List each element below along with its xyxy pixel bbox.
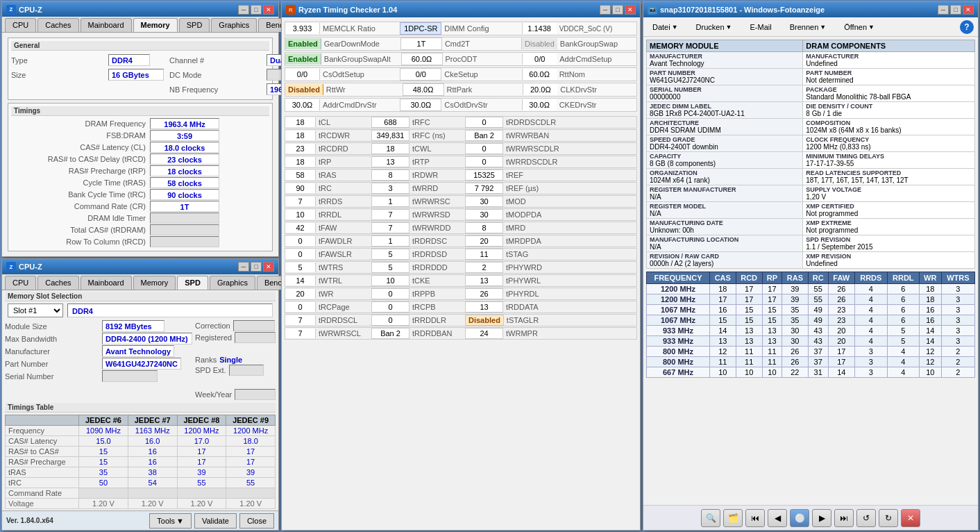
rtc-t-l2: tCWL <box>409 144 465 153</box>
rtc-t-v2: 3 <box>371 183 409 194</box>
freq-cell-val: 17 <box>736 284 762 294</box>
mem-module-row: ORGANIZATION1024M x64 (1 rank) READ LATE… <box>647 169 975 185</box>
foto-slideshow-btn[interactable]: ⚪ <box>790 509 809 527</box>
foto-rotate-cw-btn[interactable]: ↻ <box>879 509 898 527</box>
rtc-timing-row: 0 tFAWSLR 5 tRDRDSD 11 tSTAG <box>285 248 637 260</box>
cpuz1-tabs: CPU Caches Mainboard Memory SPD Graphics… <box>2 17 278 33</box>
foto-info-btn[interactable]: 🗂️ <box>723 509 743 527</box>
cpuz2-tab-memory[interactable]: Memory <box>133 276 176 290</box>
tab-mainboard[interactable]: Mainboard <box>81 18 132 32</box>
freq-col-header: WTRS <box>941 272 974 284</box>
cpuz2-close[interactable]: ✕ <box>263 262 274 272</box>
tab-memory[interactable]: Memory <box>133 18 178 32</box>
mem-module-row: REVISION / RAW CARD0000h / A2 (2 layers)… <box>647 252 975 269</box>
foto-drucken-menu[interactable]: Drucken ▼ <box>691 21 737 33</box>
foto-offnen-menu[interactable]: Öffnen ▼ <box>839 21 879 33</box>
cpuz2-maximize[interactable]: □ <box>251 262 262 272</box>
rtc-t-v1: 18 <box>285 157 316 167</box>
size-label: Size <box>11 71 108 79</box>
rtc-timing-row: 7 tRRDS 1 tWRWRSC 30 tMOD <box>285 195 637 208</box>
tab-cpu[interactable]: CPU <box>5 18 36 32</box>
cpuz2-tab-mainboard[interactable]: Mainboard <box>81 276 132 290</box>
cpuz-spd-window: Z CPU-Z ─ □ ✕ CPU Caches Mainboard Memor… <box>1 258 279 531</box>
cpuz2-tab-graphics[interactable]: Graphics <box>210 276 255 290</box>
freq-cell-mhz: 1067 MHz <box>647 315 710 326</box>
rtc-t-l2: tRDRDSD <box>409 249 465 259</box>
tab-caches[interactable]: Caches <box>37 18 78 32</box>
jedec-label-volt: Voltage <box>6 499 79 509</box>
t-total-label: Total CAS# (tRDRAM) <box>11 226 150 234</box>
rtc-t-l1: tFAWSLR <box>316 249 371 259</box>
foto-close[interactable]: ✕ <box>963 5 974 15</box>
cpuz1-close[interactable]: ✕ <box>263 5 274 15</box>
jedec-col-1: JEDEC #6 <box>79 415 128 426</box>
tab-graphics[interactable]: Graphics <box>211 18 257 32</box>
freq-col-header: RC <box>808 272 828 284</box>
cpuz2-tab-cpu[interactable]: CPU <box>5 276 36 290</box>
rtc-t-l2: tWRWRSC <box>409 197 465 206</box>
jedec-table: JEDEC #6 JEDEC #7 JEDEC #8 JEDEC #9 Freq… <box>5 415 276 509</box>
jedec-trc-9: 55 <box>226 478 276 488</box>
freq-cell-mhz: 933 MHz <box>647 326 710 336</box>
rtc-t-v2: 13 <box>371 156 409 167</box>
freq-cell-val: 3 <box>854 367 887 378</box>
rtc-t-v1: 0 <box>285 302 316 312</box>
rtc-maximize[interactable]: □ <box>612 5 623 15</box>
foto-delete-btn[interactable]: ✕ <box>901 509 920 527</box>
jedec-trc-8: 55 <box>177 478 226 488</box>
rtc-t-l2: tRFC (ns) <box>409 131 465 140</box>
rtc-t-l1: tWR <box>316 289 371 299</box>
cpuz1-minimize[interactable]: ─ <box>238 5 249 15</box>
rtc-minimize[interactable]: ─ <box>600 5 611 15</box>
jedec-label-cl: CAS# Latency <box>6 436 79 447</box>
t-r2c-label: Row To Column (tRCD) <box>11 238 150 246</box>
rtc-t-l3: tMRDPDA <box>503 236 636 246</box>
rtc-t-v2: 7 <box>371 209 409 220</box>
foto-datei-menu[interactable]: Datei ▼ <box>648 21 683 33</box>
cpuz2-tab-spd[interactable]: SPD <box>177 276 208 290</box>
foto-minimize[interactable]: ─ <box>938 5 949 15</box>
foto-search-btn[interactable]: 🔍 <box>701 509 720 527</box>
close-button[interactable]: Close <box>239 513 274 529</box>
freq-cell-val: 14 <box>919 336 941 347</box>
foto-prev-btn[interactable]: ⏮ <box>745 509 765 527</box>
freq-cell-val: 15 <box>762 315 782 326</box>
foto-brennen-menu[interactable]: Brennen ▼ <box>785 21 831 33</box>
rtc-t-l1: tRRDS <box>316 197 371 206</box>
t-rc-label: Bank Cycle Time (tRC) <box>11 190 150 199</box>
rtc-timing-row: 90 tRC 3 tWRRD 7 792 tREF (µs) <box>285 182 637 194</box>
jedec-label-cr: Command Rate <box>6 488 79 499</box>
freq-cell-val: 6 <box>887 284 919 294</box>
mem-module-row: MANUFACTURERAvant Technology MANUFACTURE… <box>647 52 975 69</box>
cpuz2-tab-caches[interactable]: Caches <box>37 276 78 290</box>
freq-cell-val: 4 <box>887 347 919 357</box>
foto-last-btn[interactable]: ⏭ <box>834 509 854 527</box>
tab-spd[interactable]: SPD <box>179 18 210 32</box>
rtc-t-l1: tRC <box>316 183 371 193</box>
cpuz2-minimize[interactable]: ─ <box>238 262 249 272</box>
cpuz1-maximize[interactable]: □ <box>251 5 262 15</box>
tools-button[interactable]: Tools▼ <box>149 513 192 529</box>
rtc-t-v2: 1 <box>371 235 409 247</box>
mem-module-table: MEMORY MODULE DRAM COMPONENTS MANUFACTUR… <box>646 40 975 269</box>
rtc-t-v3: 0 <box>465 117 503 128</box>
foto-rotate-ccw-btn[interactable]: ↺ <box>856 509 876 527</box>
rtc-t-l2: tRDWR <box>409 170 465 180</box>
freq-cell-val: 4 <box>854 294 887 305</box>
freq-row: 800 MHz12111126371734122 <box>647 347 975 357</box>
foto-next-btn[interactable]: ▶ <box>812 509 831 527</box>
rtc-close[interactable]: ✕ <box>625 5 636 15</box>
rtc-t-l3: tSTAGLR <box>504 315 636 325</box>
foto-email-menu[interactable]: E-Mail <box>745 21 777 33</box>
freq-cell-val: 4 <box>887 357 919 367</box>
slot-select[interactable]: Slot #1 <box>8 304 63 317</box>
mem-field-label: REGISTER MODELN/A <box>647 202 803 219</box>
validate-button[interactable]: Validate <box>194 513 237 529</box>
freq-cell-mhz: 1200 MHz <box>647 294 710 305</box>
foto-maximize[interactable]: □ <box>950 5 961 15</box>
freq-cell-val: 4 <box>854 284 887 294</box>
mem-module-row: SERIAL NUMBER00000000 PACKAGEStandard Mo… <box>647 85 975 102</box>
foto-help-btn[interactable]: ? <box>960 20 974 34</box>
freq-cell-val: 16 <box>919 305 941 315</box>
foto-back-btn[interactable]: ◀ <box>768 509 787 527</box>
